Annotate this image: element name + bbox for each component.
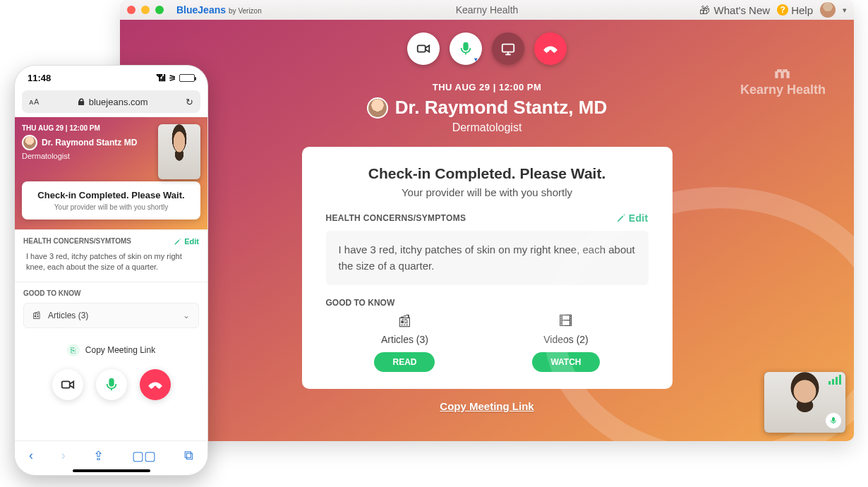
forward-icon[interactable]: › <box>61 448 66 464</box>
microphone-icon <box>829 416 838 425</box>
videos-icon: 🎞︎ <box>532 313 599 330</box>
phone-articles-label: Articles (3) <box>48 311 88 320</box>
microphone-button[interactable]: ▾ <box>450 32 482 65</box>
watch-button[interactable]: WATCH <box>532 352 599 372</box>
phone-status-bar: 11:48 📶︎ ⚞ <box>15 66 207 86</box>
phone-symptoms-label: HEALTH CONCERNS/SYMTOMS <box>23 237 131 246</box>
articles-label: Articles (3) <box>374 334 435 345</box>
help-text: Help <box>791 4 813 16</box>
checkin-title: Check-in Completed. Please Wait. <box>326 165 649 182</box>
close-window-dot[interactable] <box>127 6 135 14</box>
kearny-brand: ⩋ Kearny Health <box>740 52 826 97</box>
phone-mockup: 11:48 📶︎ ⚞ ᴀA 🔒︎ bluejeans.com ↻ THU AUG… <box>14 65 208 476</box>
phone-mic-button[interactable] <box>96 369 127 400</box>
kearny-glyph-icon: ⩋ <box>776 52 790 83</box>
phone-camera-button[interactable] <box>52 369 83 400</box>
pencil-icon <box>616 213 626 223</box>
phone-meeting-stage: THU AUG 29 | 12:00 PM Dr. Raymond Stantz… <box>15 117 207 229</box>
help-link[interactable]: ? Help <box>777 4 813 16</box>
svg-rect-0 <box>418 45 426 52</box>
brand-name: BlueJeans <box>176 4 226 16</box>
hangup-icon <box>543 41 558 56</box>
signal-strength-icon <box>828 375 841 385</box>
svg-rect-3 <box>833 418 835 422</box>
pencil-icon <box>174 238 181 246</box>
provider-name: Dr. Raymond Stantz, MD <box>395 97 607 119</box>
svg-rect-4 <box>61 381 69 387</box>
brand-byline: by Verizon <box>229 7 262 15</box>
phone-copy-link[interactable]: ⎘ Copy Meeting Link <box>15 335 207 365</box>
browser-url-bar[interactable]: ᴀA 🔒︎ bluejeans.com ↻ <box>22 90 200 113</box>
checkin-subtitle: Your provider will be with you shortly <box>326 186 649 198</box>
articles-item: 📰︎ Articles (3) READ <box>374 313 435 372</box>
articles-icon: 📰︎ <box>374 313 435 330</box>
articles-icon: 📰︎ <box>32 311 41 320</box>
wifi-icon: ⚞ <box>169 73 176 83</box>
videos-label: Videos (2) <box>532 334 599 345</box>
meeting-stage: ⩋ Kearny Health ▾ THU AUG 29 | 12:00 PM <box>120 20 854 441</box>
phone-meeting-controls <box>15 369 207 400</box>
hangup-icon <box>147 377 163 392</box>
tabs-icon[interactable]: ⧉ <box>184 448 193 464</box>
minimize-window-dot[interactable] <box>141 6 150 14</box>
phone-self-video[interactable] <box>158 124 200 179</box>
camera-icon <box>416 41 431 56</box>
whats-new-text: What's New <box>714 4 771 16</box>
signal-icon: 📶︎ <box>157 73 166 83</box>
edit-button[interactable]: Edit <box>616 212 649 224</box>
self-mic-button[interactable] <box>826 413 841 428</box>
read-button[interactable]: READ <box>374 352 435 372</box>
desktop-window: BlueJeans by Verizon Kearny Health 🎁︎ Wh… <box>120 0 854 441</box>
svg-rect-1 <box>464 43 468 50</box>
svg-rect-5 <box>109 379 114 386</box>
phone-video-feed <box>158 124 200 179</box>
phone-provider-avatar <box>22 135 37 150</box>
provider-avatar <box>367 97 388 119</box>
edit-text: Edit <box>629 212 649 224</box>
text-size-icon[interactable]: ᴀA <box>29 97 39 107</box>
copy-meeting-link[interactable]: Copy Meeting Link <box>120 400 854 412</box>
phone-gtk-label: GOOD TO KNOW <box>23 289 80 297</box>
screenshare-button[interactable] <box>492 32 524 65</box>
bookmarks-icon[interactable]: ▢▢ <box>132 448 156 464</box>
reload-icon[interactable]: ↻ <box>186 97 193 107</box>
phone-checkin-subtitle: Your provider will be with you shortly <box>32 203 191 211</box>
link-icon: ⎘ <box>67 344 80 356</box>
checkin-card: Check-in Completed. Please Wait. Your pr… <box>302 147 673 389</box>
whats-new-link[interactable]: 🎁︎ What's New <box>699 4 771 16</box>
phone-symptoms-text: I have 3 red, itchy patches of skin on m… <box>23 250 199 275</box>
kearny-brand-text: Kearny Health <box>740 83 826 97</box>
mic-dropdown-icon[interactable]: ▾ <box>474 56 478 63</box>
maximize-window-dot[interactable] <box>155 6 164 14</box>
phone-time: 11:48 <box>28 73 51 83</box>
phone-hangup-button[interactable] <box>140 369 171 400</box>
phone-symptoms-section: HEALTH CONCERNS/SYMTOMS Edit I have 3 re… <box>15 229 207 282</box>
hangup-button[interactable] <box>534 32 567 65</box>
home-indicator[interactable] <box>73 469 150 472</box>
symptoms-header: HEALTH CONCERNS/SYMPTOMS Edit <box>326 212 649 224</box>
share-icon[interactable]: ⇪ <box>93 448 104 464</box>
window-traffic-lights[interactable] <box>127 6 164 14</box>
phone-articles-row[interactable]: 📰︎ Articles (3) ⌄ <box>23 303 199 328</box>
camera-icon <box>60 377 76 392</box>
phone-edit-button[interactable]: Edit <box>174 237 199 246</box>
phone-edit-text: Edit <box>184 237 199 246</box>
user-avatar[interactable] <box>820 2 836 18</box>
camera-button[interactable] <box>407 32 440 65</box>
window-titlebar: BlueJeans by Verizon Kearny Health 🎁︎ Wh… <box>120 0 854 20</box>
screen-icon <box>500 41 516 56</box>
lock-icon: 🔒︎ <box>77 97 86 107</box>
gift-icon: 🎁︎ <box>699 4 710 16</box>
chevron-down-icon: ⌄ <box>183 311 190 320</box>
phone-gtk-section: GOOD TO KNOW 📰︎ Articles (3) ⌄ <box>15 282 207 335</box>
back-icon[interactable]: ‹ <box>29 448 33 464</box>
good-to-know-row: 📰︎ Articles (3) READ 🎞︎ Videos (2) WATCH <box>326 313 649 372</box>
microphone-icon <box>104 377 119 392</box>
url-text: bluejeans.com <box>89 97 148 107</box>
microphone-icon <box>458 41 474 56</box>
self-video[interactable] <box>764 372 845 433</box>
symptoms-label: HEALTH CONCERNS/SYMPTOMS <box>326 213 466 223</box>
svg-rect-2 <box>502 44 514 52</box>
phone-checkin-title: Check-in Completed. Please Wait. <box>32 190 191 200</box>
chevron-down-icon[interactable]: ▾ <box>843 6 847 15</box>
